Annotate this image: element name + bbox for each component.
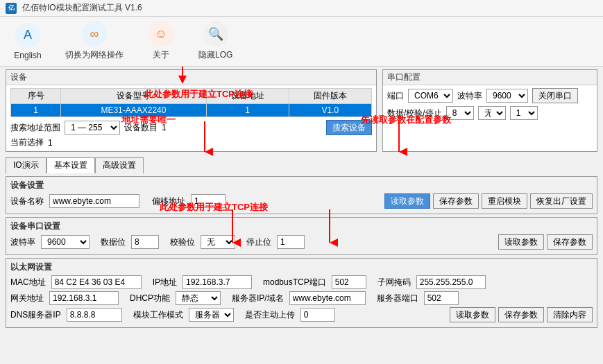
network-icon: ∞ [82, 21, 107, 46]
server-port-input[interactable] [424, 291, 459, 305]
cell-model: ME31-AAAX2240 [61, 104, 206, 117]
port-label: 端口 [387, 90, 404, 102]
ethernet-row3: DNS服务器IP 模块工作模式 服务器 是否主动上传 读取参数 保存参数 清除内… [10, 307, 593, 322]
main-content: 设备 序号 设备型号 设备地址 固件版本 1 [0, 67, 603, 364]
close-serial-button[interactable]: 关闭串口 [532, 88, 578, 103]
device-serial-settings: 设备串口设置 波特率 9600 数据位 校验位 无 停止位 读取参数 保存参数 [6, 217, 597, 255]
serial-data-row: 数据/校验/停止 8 无 1 [387, 106, 593, 120]
serial-read-button[interactable]: 读取参数 [498, 234, 544, 250]
ethernet-read-button[interactable]: 读取参数 [450, 307, 495, 322]
server-port-label: 服务器端口 [377, 293, 418, 304]
upload-input[interactable] [300, 308, 335, 322]
device-table: 序号 设备型号 设备地址 固件版本 1 ME31-AAAX2240 1 V1.0 [10, 88, 372, 117]
serial-stop-input[interactable] [277, 235, 305, 249]
server-ip-label: 服务器IP/域名 [232, 293, 284, 304]
col-header-id: 序号 [11, 89, 61, 104]
dns-input[interactable] [67, 308, 122, 322]
about-label: 关于 [153, 49, 169, 61]
read-params-button[interactable]: 读取参数 [384, 193, 430, 209]
workmode-label: 模块工作模式 [133, 309, 183, 321]
device-settings-title: 设备设置 [10, 180, 593, 191]
subnet-label: 子网掩码 [377, 277, 411, 288]
ip-label: IP地址 [153, 277, 177, 288]
modbus-label: modbusTCP端口 [263, 277, 326, 288]
workmode-select[interactable]: 服务器 [189, 308, 234, 322]
data-label: 数据/校验/停止 [387, 107, 442, 119]
serial-databits-input[interactable] [131, 235, 159, 249]
offset-input[interactable] [191, 194, 226, 208]
modbus-input[interactable] [332, 275, 366, 289]
baud-label: 波特率 [457, 90, 482, 102]
table-row[interactable]: 1 ME31-AAAX2240 1 V1.0 [11, 104, 372, 117]
ethernet-clear-button[interactable]: 清除内容 [547, 307, 593, 322]
device-settings-buttons: 读取参数 保存参数 重启模块 恢复出厂设置 [384, 193, 593, 209]
ethernet-row2: 网关地址 DHCP功能 静态 服务器IP/域名 服务器端口 [10, 291, 593, 305]
tab-basic[interactable]: 基本设置 [46, 157, 95, 173]
app-icon: 亿 [6, 3, 17, 14]
cell-address: 1 [206, 104, 289, 117]
cell-id: 1 [11, 104, 61, 117]
device-settings-row: 设备名称 偏移地址 读取参数 保存参数 重启模块 恢复出厂设置 [10, 193, 593, 209]
mac-input[interactable] [51, 275, 142, 289]
col-header-firmware: 固件版本 [289, 89, 371, 104]
ethernet-title: 以太网设置 [10, 261, 593, 273]
device-count-value: 1 [162, 123, 167, 132]
device-section-title: 设备 [6, 70, 376, 85]
tab-advanced[interactable]: 高级设置 [95, 157, 144, 173]
device-serial-title: 设备串口设置 [10, 220, 593, 232]
ethernet-settings: 以太网设置 MAC地址 IP地址 modbusTCP端口 子网掩码 网关地址 D… [6, 258, 597, 328]
gateway-input[interactable] [49, 291, 119, 305]
data-select[interactable]: 8 [446, 106, 474, 120]
search-row: 搜索地址范围 1 — 255 设备数目 1 搜索设备 [10, 120, 372, 135]
upload-label: 是否主动上传 [245, 309, 295, 321]
col-header-address: 设备地址 [206, 89, 289, 104]
search-range-select[interactable]: 1 — 255 [65, 121, 120, 135]
device-count-label: 设备数目 [124, 122, 158, 134]
serial-parity-select[interactable]: 无 [201, 235, 235, 249]
mac-label: MAC地址 [10, 277, 46, 288]
stop-select[interactable]: 1 [510, 106, 538, 120]
dhcp-label: DHCP功能 [130, 293, 170, 304]
network-label: 切换为网络操作 [65, 49, 124, 61]
restore-button[interactable]: 恢复出厂设置 [530, 193, 593, 209]
tab-io[interactable]: IO演示 [6, 157, 46, 173]
baud-select[interactable]: 9600 [486, 89, 528, 103]
network-button[interactable]: ∞ 切换为网络操作 [60, 19, 129, 64]
port-select[interactable]: COM6 [408, 89, 453, 103]
english-label: English [14, 51, 41, 60]
offset-label: 偏移地址 [152, 196, 185, 207]
save-params-button[interactable]: 保存参数 [433, 193, 479, 209]
serial-databits-label: 数据位 [101, 236, 126, 248]
english-button[interactable]: A English [7, 20, 49, 63]
serial-section: 串口配置 端口 COM6 波特率 9600 关闭串口 数据/校验/停止 [382, 69, 597, 152]
app-title: 亿佰特IO模块配置测试工具 V1.6 [22, 2, 142, 14]
server-ip-input[interactable] [289, 291, 366, 305]
device-name-input[interactable] [49, 194, 139, 208]
serial-port-row: 端口 COM6 波特率 9600 关闭串口 [387, 88, 593, 103]
device-name-label: 设备名称 [10, 196, 44, 207]
gateway-label: 网关地址 [10, 293, 44, 304]
serial-baud-label: 波特率 [10, 236, 35, 248]
ethernet-row1: MAC地址 IP地址 modbusTCP端口 子网掩码 [10, 275, 593, 289]
serial-save-button[interactable]: 保存参数 [547, 234, 593, 250]
serial-settings-row: 波特率 9600 数据位 校验位 无 停止位 读取参数 保存参数 [10, 234, 593, 250]
search-button[interactable]: 搜索设备 [326, 120, 372, 135]
device-settings: 设备设置 设备名称 偏移地址 读取参数 保存参数 重启模块 恢复出厂设置 [6, 176, 597, 214]
subnet-input[interactable] [416, 275, 486, 289]
toolbar: A English ∞ 切换为网络操作 ☺ 关于 🔍 隐藏LOG [0, 17, 603, 67]
ethernet-save-button[interactable]: 保存参数 [498, 307, 544, 322]
parity-select[interactable]: 无 [478, 106, 506, 120]
dhcp-select[interactable]: 静态 [176, 291, 221, 305]
about-icon: ☺ [148, 21, 173, 46]
log-button[interactable]: 🔍 隐藏LOG [193, 19, 238, 64]
english-icon: A [15, 23, 40, 48]
col-header-model: 设备型号 [61, 89, 206, 104]
device-section: 设备 序号 设备型号 设备地址 固件版本 1 [6, 69, 377, 152]
serial-baud-select[interactable]: 9600 [41, 235, 90, 249]
title-bar: 亿 亿佰特IO模块配置测试工具 V1.6 [0, 0, 603, 17]
about-button[interactable]: ☺ 关于 [140, 19, 182, 64]
ip-input[interactable] [182, 275, 252, 289]
dns-label: DNS服务器IP [10, 309, 61, 321]
search-range-label: 搜索地址范围 [10, 122, 60, 134]
restart-button[interactable]: 重启模块 [482, 193, 527, 209]
